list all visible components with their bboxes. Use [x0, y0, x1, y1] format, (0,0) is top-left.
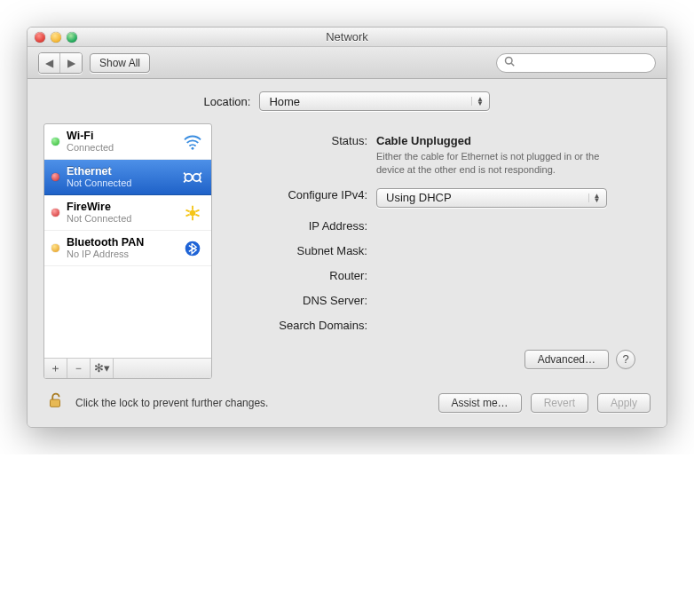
sidebar-item-bluetooth-pan[interactable]: Bluetooth PANNo IP Address: [44, 231, 211, 266]
content-area: Location: Home ▲▼ Wi-FiConnectedEthernet…: [28, 79, 666, 427]
forward-button[interactable]: ▶: [60, 53, 82, 73]
bottom-bar: Click the lock to prevent further change…: [43, 391, 651, 415]
svg-point-0: [506, 58, 513, 65]
router-label: Router:: [225, 266, 376, 282]
source-sub: No IP Address: [67, 249, 174, 260]
source-text: Wi-FiConnected: [67, 130, 174, 154]
configure-ipv4-select[interactable]: Using DHCP ▲▼: [376, 188, 607, 208]
toolbar: ◀ ▶ Show All: [28, 47, 666, 79]
help-icon: ?: [622, 352, 628, 366]
ip-value: [376, 217, 635, 219]
source-text: EthernetNot Connected: [67, 165, 174, 189]
minus-icon: －: [73, 360, 84, 376]
source-text: FireWireNot Connected: [67, 201, 174, 225]
status-dot-icon: [51, 244, 59, 252]
search-domains-label: Search Domains:: [225, 316, 376, 332]
add-service-button[interactable]: ＋: [44, 359, 67, 378]
detail-pane: Status: Cable Unplugged Either the cable…: [225, 123, 651, 379]
source-sub: Connected: [67, 142, 174, 154]
firewire-icon: [181, 204, 204, 222]
close-button[interactable]: [35, 32, 45, 43]
sidebar-item-firewire[interactable]: FireWireNot Connected: [44, 195, 211, 231]
configure-label: Configure IPv4:: [225, 186, 376, 201]
sidebar-footer: ＋ － ✻▾: [44, 358, 211, 378]
configure-value: Using DHCP: [386, 191, 452, 204]
chevron-left-icon: ◀: [45, 57, 53, 69]
source-list: Wi-FiConnectedEthernetNot ConnectedFireW…: [44, 124, 211, 358]
lock-open-icon: [45, 391, 65, 415]
show-all-button[interactable]: Show All: [90, 53, 150, 73]
chevron-right-icon: ▶: [67, 57, 75, 69]
location-label: Location:: [204, 95, 251, 108]
traffic-lights: [35, 32, 77, 43]
source-name: Ethernet: [67, 165, 174, 178]
router-value: [376, 266, 635, 269]
remove-service-button[interactable]: －: [67, 359, 91, 378]
subnet-value: [376, 241, 635, 244]
svg-point-5: [190, 209, 196, 216]
dns-value: [376, 291, 635, 294]
wifi-icon: [181, 133, 204, 151]
gear-icon: ✻▾: [94, 361, 110, 375]
titlebar: Network: [28, 28, 666, 47]
status-description: Either the cable for Ethernet is not plu…: [376, 150, 625, 177]
sidebar-item-wi-fi[interactable]: Wi-FiConnected: [44, 124, 211, 160]
zoom-button[interactable]: [67, 32, 77, 43]
search-input[interactable]: [518, 57, 651, 69]
ip-label: IP Address:: [225, 217, 376, 233]
select-arrows-icon: ▲▼: [471, 97, 484, 106]
help-button[interactable]: ?: [616, 350, 635, 369]
source-sub: Not Connected: [67, 213, 174, 225]
location-select[interactable]: Home ▲▼: [259, 91, 490, 111]
advanced-button[interactable]: Advanced…: [524, 350, 609, 369]
subnet-label: Subnet Mask:: [225, 241, 376, 257]
source-sidebar: Wi-FiConnectedEthernetNot ConnectedFireW…: [43, 123, 212, 379]
window-title: Network: [35, 30, 659, 43]
select-arrows-icon: ▲▼: [588, 193, 601, 202]
lock-button[interactable]: [43, 391, 67, 415]
service-actions-button[interactable]: ✻▾: [91, 359, 114, 378]
assist-me-button[interactable]: Assist me…: [438, 393, 522, 413]
source-name: FireWire: [67, 201, 174, 213]
network-preferences-window: Network ◀ ▶ Show All Location: Home ▲▼: [27, 27, 667, 428]
bluetooth-icon: [181, 240, 204, 257]
location-row: Location: Home ▲▼: [43, 91, 651, 111]
location-value: Home: [269, 95, 300, 108]
status-value: Cable Unplugged Either the cable for Eth…: [376, 131, 635, 177]
status-dot-icon: [51, 173, 59, 181]
svg-rect-7: [51, 399, 60, 407]
lock-message: Click the lock to prevent further change…: [75, 397, 268, 409]
plus-icon: ＋: [50, 360, 61, 376]
svg-point-2: [192, 146, 194, 149]
source-sub: Not Connected: [67, 178, 174, 189]
search-field[interactable]: [496, 53, 656, 73]
nav-segmented: ◀ ▶: [38, 52, 83, 74]
search-domains-value: [376, 316, 635, 319]
back-button[interactable]: ◀: [39, 53, 60, 73]
search-icon: [504, 56, 515, 69]
status-dot-icon: [51, 138, 59, 146]
status-dot-icon: [51, 209, 59, 217]
source-text: Bluetooth PANNo IP Address: [67, 236, 174, 260]
source-name: Bluetooth PAN: [67, 236, 174, 249]
svg-line-1: [511, 63, 514, 66]
ethernet-icon: [181, 169, 204, 186]
revert-button[interactable]: Revert: [531, 393, 588, 413]
sidebar-item-ethernet[interactable]: EthernetNot Connected: [44, 160, 211, 195]
source-name: Wi-Fi: [67, 130, 174, 142]
status-headline: Cable Unplugged: [376, 134, 635, 147]
minimize-button[interactable]: [51, 32, 61, 43]
status-label: Status:: [225, 131, 376, 147]
dns-label: DNS Server:: [225, 291, 376, 307]
apply-button[interactable]: Apply: [597, 393, 651, 413]
